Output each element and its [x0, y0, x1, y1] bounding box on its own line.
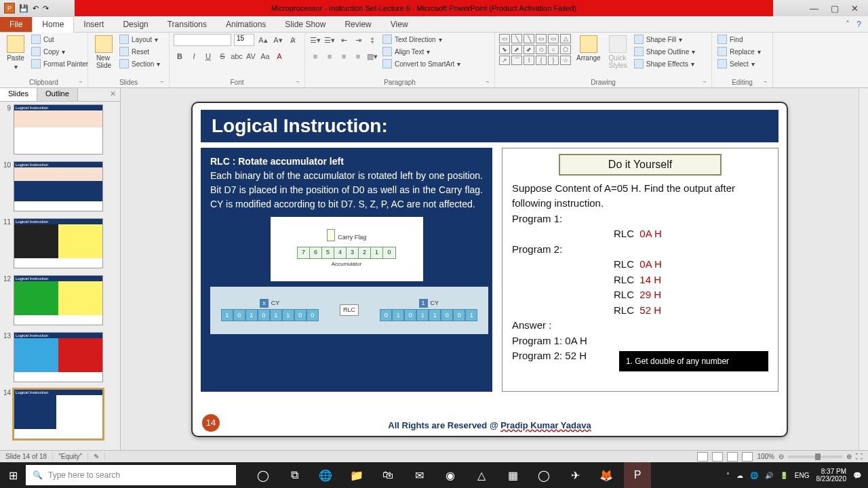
vlc-icon[interactable]: △ — [468, 462, 495, 488]
quick-styles-button[interactable]: Quick Styles — [606, 34, 630, 70]
minimize-button[interactable]: — — [810, 3, 818, 14]
explorer-icon[interactable]: 📁 — [343, 462, 370, 488]
cut-button[interactable]: Cut — [30, 34, 90, 45]
reset-button[interactable]: Reset — [118, 46, 161, 57]
slideshow-view-button[interactable] — [742, 452, 753, 462]
new-slide-button[interactable]: New Slide — [92, 34, 115, 70]
firefox-icon[interactable]: 🦊 — [593, 462, 620, 488]
replace-button[interactable]: Replace▾ — [716, 46, 762, 57]
numbering-button[interactable]: ☰▾ — [323, 34, 336, 46]
slide-thumb-9[interactable]: Logical Instruction — [14, 104, 103, 155]
telegram-icon[interactable]: ✈ — [561, 462, 589, 488]
shape-effects-button[interactable]: Shape Effects▾ — [633, 58, 696, 69]
tab-animations[interactable]: Animations — [216, 17, 275, 32]
slide-thumb-14[interactable]: Logical Instruction — [14, 389, 103, 439]
help-icon[interactable]: ? — [856, 20, 861, 29]
tab-review[interactable]: Review — [335, 17, 380, 32]
section-button[interactable]: Section▾ — [118, 58, 161, 69]
align-left-button[interactable]: ≡ — [309, 50, 321, 62]
tab-slideshow[interactable]: Slide Show — [275, 17, 335, 32]
onedrive-icon[interactable]: ☁ — [736, 472, 743, 479]
reading-view-button[interactable] — [727, 452, 738, 462]
tab-insert[interactable]: Insert — [74, 17, 113, 32]
case-button[interactable]: Aa — [259, 50, 271, 62]
slide-editor[interactable]: Logical Instruction: RLC : Rotate accumu… — [121, 88, 859, 450]
clear-format-button[interactable]: A̷ — [287, 34, 299, 46]
tab-file[interactable]: File — [0, 17, 32, 32]
cortana-icon[interactable]: ◯ — [250, 462, 277, 488]
indent-button[interactable]: ⇥ — [352, 34, 364, 46]
underline-button[interactable]: U — [202, 50, 214, 62]
slides-tab[interactable]: Slides — [0, 88, 37, 101]
layout-button[interactable]: Layout▾ — [118, 34, 161, 45]
spacing-button[interactable]: AV — [245, 50, 257, 62]
outdent-button[interactable]: ⇤ — [338, 34, 350, 46]
shapes-gallery[interactable]: ▭╲╲▭▭△ ⬊⬈⬋◇○⬠ ↗⌒⌇{}☆ — [499, 34, 571, 65]
thumbnails-list[interactable]: 9Logical Instruction 10Logical Instructi… — [0, 102, 120, 450]
line-spacing-button[interactable]: ‡ — [366, 34, 378, 46]
redo-icon[interactable]: ↷ — [43, 4, 49, 13]
minimize-ribbon-icon[interactable]: ˄ — [846, 20, 850, 29]
tray-expand-icon[interactable]: ˄ — [726, 472, 730, 479]
store-icon[interactable]: 🛍 — [374, 462, 401, 488]
align-right-button[interactable]: ≡ — [338, 50, 350, 62]
convert-smartart-button[interactable]: Convert to SmartArt▾ — [381, 58, 462, 69]
tab-transitions[interactable]: Transitions — [158, 17, 216, 32]
font-name-combo[interactable] — [174, 34, 231, 46]
slide-thumb-13[interactable]: Logical Instruction — [14, 332, 103, 382]
language-icon[interactable]: ENG — [795, 472, 810, 479]
italic-button[interactable]: I — [188, 50, 200, 62]
justify-button[interactable]: ≡ — [352, 50, 364, 62]
network-icon[interactable]: 🌐 — [750, 472, 758, 479]
bullets-button[interactable]: ☰▾ — [309, 34, 321, 46]
sorter-view-button[interactable] — [712, 452, 723, 462]
format-painter-button[interactable]: Format Painter — [30, 58, 90, 69]
align-center-button[interactable]: ≡ — [323, 50, 336, 62]
slide-canvas[interactable]: Logical Instruction: RLC : Rotate accumu… — [191, 102, 788, 437]
zoom-out-button[interactable]: ⊖ — [778, 453, 784, 460]
zoom-slider[interactable] — [788, 455, 842, 458]
battery-icon[interactable]: 🔋 — [780, 472, 788, 479]
taskbar-clock[interactable]: 8:37 PM 8/23/2020 — [816, 468, 847, 483]
columns-button[interactable]: ▥▾ — [366, 50, 378, 62]
slide-thumb-12[interactable]: Logical Instruction — [14, 275, 103, 325]
notifications-icon[interactable]: 💬 — [853, 472, 861, 479]
font-color-button[interactable]: A — [273, 50, 285, 62]
strike-button[interactable]: S — [216, 50, 229, 62]
maximize-button[interactable]: ▢ — [831, 3, 839, 14]
undo-icon[interactable]: ↶ — [33, 4, 39, 13]
align-text-button[interactable]: Align Text▾ — [381, 46, 462, 57]
start-button[interactable]: ⊞ — [0, 462, 26, 488]
opera-icon[interactable]: ◯ — [530, 462, 557, 488]
close-panel-icon[interactable]: ✕ — [106, 88, 120, 101]
zoom-in-button[interactable]: ⊕ — [846, 453, 852, 460]
save-icon[interactable]: 💾 — [19, 4, 28, 13]
edge-icon[interactable]: 🌐 — [312, 462, 339, 488]
vertical-scrollbar[interactable] — [859, 88, 868, 450]
outline-tab[interactable]: Outline — [37, 88, 78, 101]
tab-view[interactable]: View — [381, 17, 418, 32]
fit-window-button[interactable]: ⛶ — [856, 453, 863, 460]
text-direction-button[interactable]: Text Direction▾ — [381, 34, 462, 45]
shape-outline-button[interactable]: Shape Outline▾ — [633, 46, 696, 57]
tab-design[interactable]: Design — [113, 17, 157, 32]
font-size-combo[interactable]: 15 — [234, 34, 254, 46]
paste-button[interactable]: Paste ▾ — [4, 34, 27, 72]
spellcheck-icon[interactable]: ✎ — [88, 453, 105, 460]
arrange-button[interactable]: Arrange — [574, 34, 604, 63]
bold-button[interactable]: B — [174, 50, 186, 62]
copy-button[interactable]: Copy▾ — [30, 46, 90, 57]
task-view-icon[interactable]: ⧉ — [281, 462, 308, 488]
volume-icon[interactable]: 🔊 — [765, 472, 773, 479]
shape-fill-button[interactable]: Shape Fill▾ — [633, 34, 696, 45]
shrink-font-button[interactable]: A▾ — [272, 34, 284, 46]
slide-thumb-10[interactable]: Logical Instruction — [14, 161, 103, 211]
find-button[interactable]: Find — [716, 34, 762, 45]
mail-icon[interactable]: ✉ — [406, 462, 433, 488]
chrome-icon[interactable]: ◉ — [437, 462, 464, 488]
grow-font-button[interactable]: A▴ — [257, 34, 269, 46]
normal-view-button[interactable] — [697, 452, 708, 462]
taskbar-search[interactable]: 🔍 Type here to search — [26, 465, 236, 485]
zoom-icon[interactable]: ▦ — [499, 462, 526, 488]
tab-home[interactable]: Home — [32, 16, 74, 33]
